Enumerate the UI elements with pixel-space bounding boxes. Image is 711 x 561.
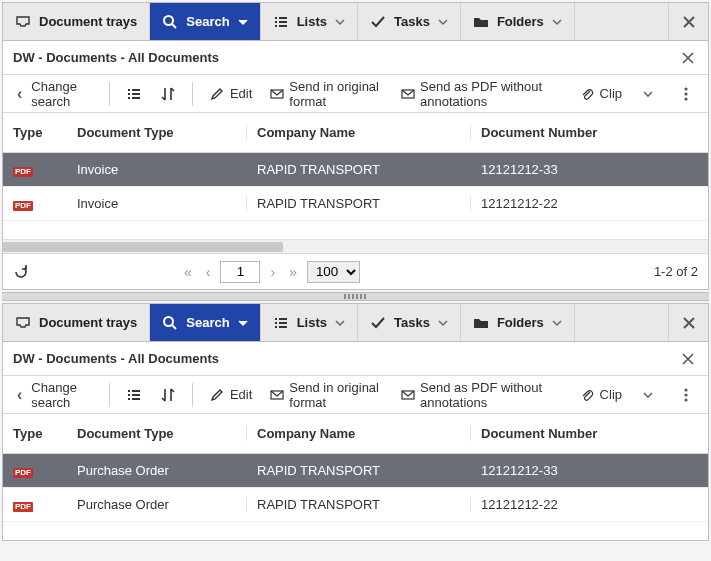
svg-rect-26: [132, 390, 140, 392]
svg-rect-19: [275, 318, 277, 320]
send-pdf-button[interactable]: Send as PDF without annotations: [395, 376, 567, 414]
toolbar-label: Change search: [31, 380, 93, 410]
svg-rect-2: [279, 17, 287, 19]
svg-rect-1: [275, 17, 277, 19]
send-pdf-button[interactable]: Send as PDF without annotations: [395, 75, 567, 113]
svg-rect-10: [132, 93, 140, 95]
edit-button[interactable]: Edit: [203, 82, 258, 106]
grip-icon: [344, 294, 368, 299]
toolbar-more[interactable]: [672, 383, 700, 407]
mail-icon: [401, 387, 415, 403]
sort-button[interactable]: [154, 82, 182, 106]
table-row[interactable]: PDF Purchase Order RAPID TRANSPORT 12121…: [3, 454, 708, 488]
pencil-icon: [209, 387, 225, 403]
tab-folders[interactable]: Folders: [461, 304, 575, 341]
clip-button[interactable]: Clip: [573, 383, 628, 407]
next-page-button[interactable]: ›: [266, 262, 279, 282]
svg-rect-24: [279, 326, 287, 328]
tab-document-trays[interactable]: Document trays: [3, 304, 150, 341]
col-document-type[interactable]: Document Type: [67, 426, 247, 441]
cell-company: RAPID TRANSPORT: [247, 162, 471, 177]
page-size-select[interactable]: 100: [307, 261, 360, 283]
svg-rect-21: [275, 322, 277, 324]
close-icon: [682, 15, 696, 29]
tab-label: Document trays: [39, 315, 137, 330]
chevron-down-icon: [640, 387, 656, 403]
tab-bar: Document trays Search Lists Tasks Folder…: [3, 304, 708, 342]
send-original-button[interactable]: Send in original format: [264, 376, 389, 414]
chevron-down-icon[interactable]: [335, 17, 345, 27]
scrollbar-thumb[interactable]: [3, 242, 283, 252]
close-tabgroup-button[interactable]: [668, 3, 708, 40]
first-page-button[interactable]: «: [180, 262, 196, 282]
toolbar-overflow: [634, 383, 700, 407]
tab-lists[interactable]: Lists: [261, 3, 358, 40]
chevron-down-icon[interactable]: [552, 17, 562, 27]
close-view-button[interactable]: [678, 349, 698, 369]
table-row[interactable]: PDF Purchase Order RAPID TRANSPORT 12121…: [3, 488, 708, 522]
tray-icon: [15, 14, 31, 30]
col-type[interactable]: Type: [3, 125, 67, 140]
toolbar-dropdown[interactable]: [634, 82, 662, 106]
close-icon: [682, 52, 694, 64]
chevron-down-icon[interactable]: [438, 318, 448, 328]
edit-button[interactable]: Edit: [203, 383, 258, 407]
cell-document-number: 12121212-33: [471, 463, 708, 478]
tab-document-trays[interactable]: Document trays: [3, 3, 150, 40]
close-view-button[interactable]: [678, 48, 698, 68]
col-company[interactable]: Company Name: [247, 426, 471, 441]
check-icon: [370, 315, 386, 331]
list-icon: [273, 14, 289, 30]
table-row[interactable]: PDF Invoice RAPID TRANSPORT 12121212-33: [3, 153, 708, 187]
col-document-type[interactable]: Document Type: [67, 125, 247, 140]
col-company[interactable]: Company Name: [247, 125, 471, 140]
tab-search[interactable]: Search: [150, 3, 260, 40]
chevron-down-icon[interactable]: [238, 17, 248, 27]
svg-point-16: [684, 92, 687, 95]
col-type[interactable]: Type: [3, 426, 67, 441]
col-document-number[interactable]: Document Number: [471, 426, 708, 441]
clip-button[interactable]: Clip: [573, 82, 628, 106]
view-title: DW - Documents - All Documents: [13, 50, 219, 65]
close-icon: [682, 353, 694, 365]
tab-folders[interactable]: Folders: [461, 3, 575, 40]
tab-label: Tasks: [394, 315, 430, 330]
table-row[interactable]: PDF Invoice RAPID TRANSPORT 12121212-22: [3, 187, 708, 221]
bottom-pane: Document trays Search Lists Tasks Folder…: [2, 303, 709, 541]
tray-icon: [15, 315, 31, 331]
last-page-button[interactable]: »: [285, 262, 301, 282]
change-search-button[interactable]: Change search: [11, 75, 99, 113]
chevron-down-icon[interactable]: [552, 318, 562, 328]
send-original-button[interactable]: Send in original format: [264, 75, 389, 113]
tab-tasks[interactable]: Tasks: [358, 304, 461, 341]
kebab-icon: [678, 387, 694, 403]
view-header: DW - Documents - All Documents: [3, 41, 708, 75]
refresh-button[interactable]: [13, 264, 29, 280]
display-mode-button[interactable]: [120, 82, 148, 106]
tab-tasks[interactable]: Tasks: [358, 3, 461, 40]
chevron-down-icon[interactable]: [238, 318, 248, 328]
table-header: Type Document Type Company Name Document…: [3, 113, 708, 153]
svg-rect-9: [128, 93, 130, 95]
display-mode-button[interactable]: [120, 383, 148, 407]
pdf-icon: PDF: [13, 502, 33, 512]
sort-button[interactable]: [154, 383, 182, 407]
close-tabgroup-button[interactable]: [668, 304, 708, 341]
tab-lists[interactable]: Lists: [261, 304, 358, 341]
chevron-down-icon[interactable]: [335, 318, 345, 328]
pdf-icon: PDF: [13, 468, 33, 478]
chevron-down-icon[interactable]: [438, 17, 448, 27]
horizontal-scrollbar[interactable]: [3, 239, 708, 253]
pdf-icon: PDF: [13, 167, 33, 177]
page-input[interactable]: [220, 261, 260, 283]
pane-splitter[interactable]: [2, 292, 709, 301]
view-title: DW - Documents - All Documents: [13, 351, 219, 366]
toolbar-dropdown[interactable]: [634, 383, 662, 407]
col-document-number[interactable]: Document Number: [471, 125, 708, 140]
toolbar-more[interactable]: [672, 82, 700, 106]
change-search-button[interactable]: Change search: [11, 376, 99, 414]
tab-search[interactable]: Search: [150, 304, 260, 341]
tab-label: Folders: [497, 14, 544, 29]
prev-page-button[interactable]: ‹: [202, 262, 215, 282]
svg-point-18: [164, 317, 173, 326]
